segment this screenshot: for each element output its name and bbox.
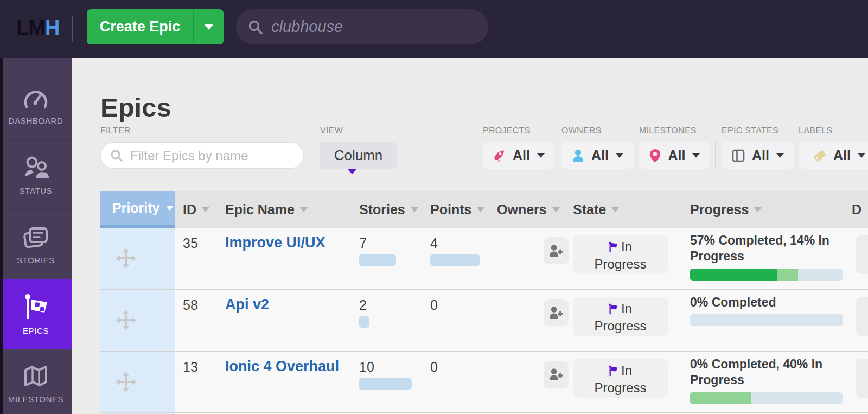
column-header-progress[interactable]: Progress bbox=[690, 191, 762, 228]
state-button[interactable]: In Progress bbox=[573, 235, 668, 274]
chevron-down-icon bbox=[692, 153, 700, 158]
sort-caret-icon bbox=[477, 207, 484, 212]
chevron-down-icon bbox=[858, 153, 865, 158]
logo-text-blue: H bbox=[45, 16, 59, 39]
drag-handle-icon[interactable] bbox=[116, 310, 136, 330]
labels-filter-dropdown[interactable]: All bbox=[799, 142, 868, 169]
state-flag-icon bbox=[609, 365, 617, 377]
state-button[interactable]: In Progress bbox=[573, 297, 668, 336]
create-epic-button[interactable]: Create Epic bbox=[87, 9, 194, 44]
table-row: 58 Api v2 2 0 bbox=[100, 290, 868, 352]
stories-count: 10 bbox=[359, 359, 374, 375]
add-owner-button[interactable] bbox=[544, 361, 569, 388]
table-header-row: Priority ID Epic Name Stories Points Own… bbox=[100, 191, 868, 228]
column-header-id[interactable]: ID bbox=[183, 191, 209, 228]
stories-bar bbox=[359, 254, 396, 266]
column-header-label: Epic Name bbox=[225, 202, 295, 218]
table-row: 35 Improve UI/UX 7 4 bbox=[100, 228, 868, 290]
create-epic-dropdown-button[interactable] bbox=[194, 9, 224, 44]
chevron-down-icon bbox=[205, 24, 213, 30]
epic-id: 13 bbox=[183, 359, 198, 375]
sidebar-item-epics[interactable]: EPICS bbox=[0, 279, 72, 349]
person-icon bbox=[572, 149, 584, 162]
column-header-label: ID bbox=[183, 202, 196, 218]
state-label: In Progress bbox=[594, 363, 646, 395]
sidebar-item-label: MILESTONES bbox=[8, 394, 63, 404]
column-header-epic-name[interactable]: Epic Name bbox=[225, 191, 308, 228]
filter-epics-input[interactable]: Filter Epics by name bbox=[100, 142, 304, 169]
create-epic-split-button: Create Epic bbox=[87, 9, 224, 44]
sidebar-item-milestones[interactable]: MILESTONES bbox=[0, 349, 72, 414]
epic-name-link[interactable]: Api v2 bbox=[225, 296, 269, 313]
progress-inprogress-segment bbox=[690, 392, 751, 404]
column-header-priority[interactable]: Priority bbox=[100, 191, 175, 228]
epic-states-filter-dropdown[interactable]: All bbox=[722, 142, 794, 169]
points-bar bbox=[430, 254, 480, 266]
view-toggle: Table Column bbox=[320, 142, 397, 169]
points-count: 4 bbox=[430, 235, 438, 251]
gauge-icon bbox=[22, 86, 50, 110]
section-divider bbox=[715, 142, 716, 169]
progress-inprogress-segment bbox=[777, 269, 798, 281]
chevron-down-icon bbox=[776, 153, 784, 158]
progress-cell: 0% Completed, 40% In Progress bbox=[690, 356, 857, 404]
column-header-state[interactable]: State bbox=[573, 191, 619, 228]
page-title: Epics bbox=[100, 92, 171, 123]
points-count: 0 bbox=[430, 359, 438, 375]
deadline-button[interactable] bbox=[856, 359, 868, 398]
drag-handle-icon[interactable] bbox=[116, 372, 136, 392]
column-header-deadline[interactable]: D bbox=[852, 191, 861, 228]
column-header-stories[interactable]: Stories bbox=[359, 191, 418, 228]
sort-caret-icon bbox=[411, 207, 418, 212]
epic-name-link[interactable]: Ionic 4 Overhaul bbox=[225, 358, 339, 375]
progress-text: 0% Completed, 40% In Progress bbox=[690, 356, 857, 388]
topbar-divider bbox=[72, 16, 73, 42]
columns-icon bbox=[732, 149, 745, 162]
sidebar-item-label: STORIES bbox=[17, 256, 55, 265]
progress-cell: 0% Completed bbox=[690, 295, 857, 326]
priority-cell bbox=[100, 228, 175, 289]
sidebar-item-stories[interactable]: STORIES bbox=[0, 210, 72, 279]
column-header-label: Stories bbox=[359, 202, 405, 218]
milestones-filter-label: MILESTONES bbox=[639, 126, 697, 136]
deadline-button[interactable] bbox=[856, 297, 868, 336]
tag-icon bbox=[812, 149, 826, 163]
column-header-owners[interactable]: Owners bbox=[497, 191, 560, 228]
column-header-points[interactable]: Points bbox=[430, 191, 484, 228]
projects-filter-dropdown[interactable]: All bbox=[483, 142, 554, 169]
window-left-edge bbox=[0, 58, 3, 414]
sidebar-item-dashboard[interactable]: DASHBOARD bbox=[0, 71, 72, 141]
add-owner-button[interactable] bbox=[544, 237, 569, 264]
column-header-label: Progress bbox=[690, 202, 749, 218]
search-icon bbox=[110, 149, 123, 162]
sidebar-item-status[interactable]: STATUS bbox=[0, 141, 72, 210]
state-label: In Progress bbox=[594, 301, 646, 333]
progress-cell: 57% Completed, 14% In Progress bbox=[690, 233, 857, 281]
section-divider bbox=[470, 142, 470, 169]
owners-filter-dropdown[interactable]: All bbox=[561, 142, 634, 169]
column-header-label: State bbox=[573, 202, 606, 218]
view-toggle-pointer bbox=[347, 169, 357, 174]
add-person-icon bbox=[548, 368, 564, 381]
labels-filter-label: LABELS bbox=[799, 126, 832, 136]
add-owner-button[interactable] bbox=[544, 299, 569, 326]
state-button[interactable]: In Progress bbox=[573, 359, 668, 398]
topbar: LMH Create Epic clubhouse bbox=[0, 0, 868, 58]
global-search-input[interactable]: clubhouse bbox=[236, 9, 488, 44]
stories-bar bbox=[359, 378, 412, 390]
epic-name-link[interactable]: Improve UI/UX bbox=[225, 234, 326, 251]
column-header-label: D bbox=[852, 202, 861, 218]
map-pin-icon bbox=[649, 149, 661, 163]
view-toggle-column[interactable]: Column bbox=[320, 142, 397, 169]
column-header-label: Points bbox=[430, 202, 471, 218]
view-section-label: VIEW bbox=[320, 126, 343, 136]
progress-text: 57% Completed, 14% In Progress bbox=[690, 233, 857, 265]
progress-completed-segment bbox=[690, 269, 777, 281]
drag-handle-icon[interactable] bbox=[116, 248, 136, 269]
table-row: 13 Ionic 4 Overhaul 10 0 bbox=[100, 352, 868, 413]
milestones-filter-dropdown[interactable]: All bbox=[639, 142, 710, 169]
add-person-icon bbox=[548, 244, 564, 258]
app-logo: LMH bbox=[16, 16, 59, 40]
stories-count: 7 bbox=[359, 235, 367, 251]
deadline-button[interactable] bbox=[856, 235, 868, 274]
